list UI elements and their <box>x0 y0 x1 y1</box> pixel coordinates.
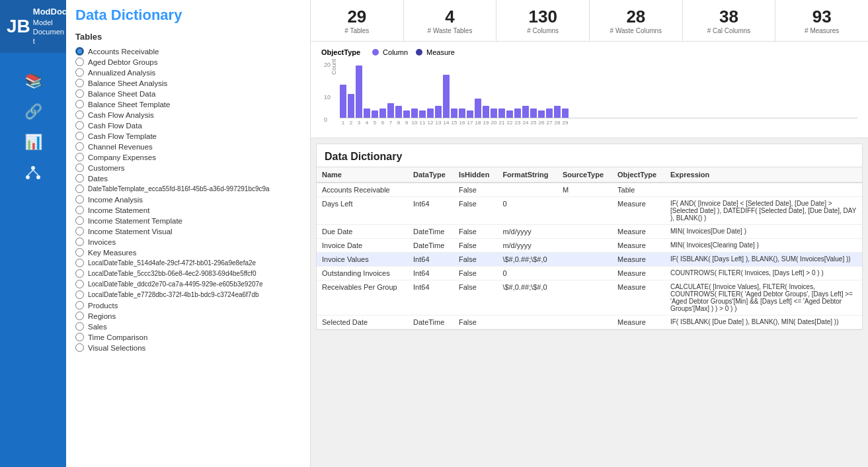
table-item[interactable]: Invoices <box>75 237 301 246</box>
table-radio[interactable] <box>75 227 84 235</box>
col-bar <box>554 106 561 118</box>
x-label: 27 <box>546 120 553 126</box>
table-item[interactable]: LocalDateTable_514d4afe-29cf-472f-bb01-2… <box>75 259 301 267</box>
table-item[interactable]: Balance Sheet Data <box>75 89 301 98</box>
table-item[interactable]: Visual Selections <box>75 343 301 352</box>
table-item[interactable]: Key Measures <box>75 248 301 257</box>
table-radio[interactable] <box>75 269 84 278</box>
chart-bars <box>340 59 857 118</box>
table-radio[interactable] <box>75 47 84 56</box>
table-radio[interactable] <box>75 89 84 98</box>
table-row[interactable]: Selected DateDateTimeFalseMeasureIF( ISB… <box>317 316 862 329</box>
table-item[interactable]: Cash Flow Data <box>75 121 301 130</box>
table-radio[interactable] <box>75 322 84 331</box>
table-name-label: Balance Sheet Analysis <box>88 79 167 87</box>
table-radio[interactable] <box>75 290 84 299</box>
data-cell: False <box>454 183 497 197</box>
stat-box: 130# Columns <box>496 0 590 41</box>
table-item[interactable]: Cash Flow Template <box>75 132 301 140</box>
table-item[interactable]: Sales <box>75 322 301 331</box>
table-item[interactable]: LocalDateTable_e7728dbc-372f-4b1b-bdc9-c… <box>75 290 301 299</box>
col-bar <box>435 106 442 118</box>
data-cell: DateTime <box>408 239 454 253</box>
table-radio[interactable] <box>75 312 84 320</box>
table-item[interactable]: Products <box>75 301 301 310</box>
table-row[interactable]: Receivables Per GroupInt64False\$#,0.##;… <box>317 280 862 316</box>
data-cell <box>557 225 612 239</box>
table-name-label: Aged Debtor Groups <box>88 58 157 66</box>
data-cell: False <box>454 316 497 329</box>
table-item[interactable]: Income Statement Visual <box>75 227 301 235</box>
table-item[interactable]: Dates <box>75 174 301 183</box>
x-label: 17 <box>467 120 473 126</box>
table-item[interactable]: Annualized Analysis <box>75 68 301 77</box>
col-bar <box>522 106 529 118</box>
table-radio[interactable] <box>75 142 84 151</box>
table-row[interactable]: Accounts ReceivableFalseMTable <box>317 183 862 197</box>
table-row[interactable]: Invoice ValuesInt64False\$#,0.##;\$#,0Me… <box>317 253 862 267</box>
table-radio[interactable] <box>75 58 84 66</box>
table-radio[interactable] <box>75 237 84 246</box>
link-icon[interactable]: 🔗 <box>24 103 42 120</box>
table-item[interactable]: Cash Flow Analysis <box>75 110 301 119</box>
table-row[interactable]: Outstanding InvoicesInt64False0MeasureCO… <box>317 267 862 280</box>
table-item[interactable]: LocalDateTable_5ccc32bb-06e8-4ec2-9083-6… <box>75 269 301 278</box>
table-item[interactable]: Customers <box>75 163 301 172</box>
table-name-label: Sales <box>88 323 107 331</box>
table-radio[interactable] <box>75 343 84 352</box>
table-item[interactable]: Income Statement Template <box>75 216 301 225</box>
table-radio[interactable] <box>75 132 84 140</box>
table-item[interactable]: Aged Debtor Groups <box>75 58 301 66</box>
x-label: 22 <box>506 120 513 126</box>
x-label: 1 <box>340 120 346 126</box>
table-item[interactable]: Income Analysis <box>75 195 301 204</box>
table-item[interactable]: Channel Revenues <box>75 142 301 151</box>
stat-label: # Waste Tables <box>409 27 491 34</box>
table-radio[interactable] <box>75 333 84 341</box>
table-radio[interactable] <box>75 153 84 161</box>
data-cell: m/d/yyyy <box>497 225 557 239</box>
data-cell: M <box>557 183 612 197</box>
table-item[interactable]: DateTableTemplate_ecca55fd-816f-45b5-a36… <box>75 185 301 193</box>
table-radio[interactable] <box>75 163 84 172</box>
hierarchy-icon[interactable] <box>24 164 42 187</box>
table-radio[interactable] <box>75 110 84 119</box>
table-radio[interactable] <box>75 121 84 130</box>
data-cell: Selected Date <box>317 316 408 329</box>
bar-group <box>554 59 561 118</box>
table-item[interactable]: Regions <box>75 312 301 320</box>
dictionary-panel: Data Dictionary Tables Accounts Receivab… <box>66 0 311 467</box>
table-radio[interactable] <box>75 68 84 77</box>
table-radio[interactable] <box>75 301 84 310</box>
table-row[interactable]: Invoice DateDateTimeFalsem/d/yyyyMeasure… <box>317 239 862 253</box>
bar-group <box>530 59 537 118</box>
table-item[interactable]: Company Expenses <box>75 153 301 161</box>
table-item[interactable]: Accounts Receivable <box>75 47 301 56</box>
table-radio[interactable] <box>75 280 84 288</box>
table-radio[interactable] <box>75 248 84 257</box>
table-radio[interactable] <box>75 195 84 204</box>
table-item[interactable]: Balance Sheet Template <box>75 100 301 108</box>
column-dot <box>372 49 379 56</box>
table-radio[interactable] <box>75 216 84 225</box>
books-icon[interactable]: 📚 <box>24 73 42 90</box>
table-item[interactable]: Balance Sheet Analysis <box>75 79 301 87</box>
table-radio[interactable] <box>75 259 84 267</box>
bar-group <box>435 59 442 118</box>
col-bar <box>506 110 513 118</box>
table-item[interactable]: Income Statement <box>75 206 301 214</box>
x-label: 29 <box>562 120 569 126</box>
table-radio[interactable] <box>75 206 84 214</box>
table-radio[interactable] <box>75 100 84 108</box>
chart-icon[interactable]: 📊 <box>24 134 42 151</box>
table-row[interactable]: Days LeftInt64False0MeasureIF( AND( [Inv… <box>317 197 862 225</box>
table-radio[interactable] <box>75 79 84 87</box>
table-name-label: Key Measures <box>88 249 137 257</box>
chart-area: ObjectType Column Measure 20 10 0 Count … <box>311 42 868 138</box>
table-name-label: Customers <box>88 164 125 172</box>
table-radio[interactable] <box>75 174 84 183</box>
table-item[interactable]: Time Comparison <box>75 333 301 341</box>
table-radio[interactable] <box>75 185 84 193</box>
table-item[interactable]: LocalDateTable_ddcd2e70-ca7a-4495-929e-e… <box>75 280 301 288</box>
table-row[interactable]: Due DateDateTimeFalsem/d/yyyyMeasureMIN(… <box>317 225 862 239</box>
